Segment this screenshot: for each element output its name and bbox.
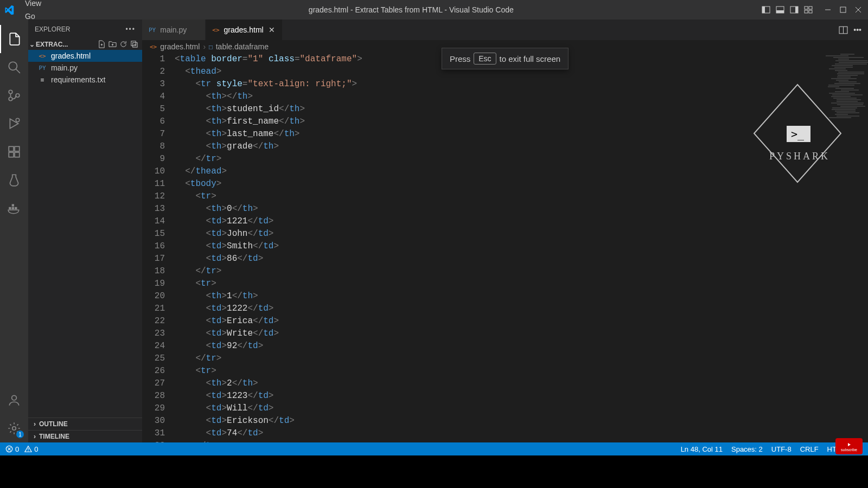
- file-tree: <>grades.htmlPYmain.py≡requirements.txt: [28, 50, 142, 418]
- svg-rect-22: [9, 152, 14, 157]
- layout-controls: [761, 4, 814, 15]
- close-button[interactable]: [853, 4, 864, 15]
- code-line-29: <td>Will</td>: [175, 402, 868, 415]
- line-number: 32: [142, 440, 165, 442]
- line-number: 10: [142, 165, 165, 178]
- svg-rect-5: [795, 7, 798, 13]
- line-number: 23: [142, 328, 165, 340]
- code-line-21: <td>1222</td>: [175, 303, 868, 315]
- run-debug-activity-icon[interactable]: [0, 110, 28, 138]
- settings-activity-icon[interactable]: 1: [0, 414, 28, 442]
- code-line-6: <th>first_name</th>: [175, 115, 868, 128]
- line-number: 27: [142, 377, 165, 390]
- svg-rect-3: [776, 10, 784, 13]
- svg-point-28: [12, 395, 17, 400]
- code-line-30: <td>Erickson</td>: [175, 415, 868, 427]
- sidebar-header: EXPLORER •••: [28, 20, 142, 39]
- svg-rect-30: [131, 41, 136, 46]
- docker-activity-icon[interactable]: [0, 194, 28, 222]
- line-number: 19: [142, 278, 165, 290]
- status-errors[interactable]: 0: [5, 445, 19, 453]
- workspace-folder-row[interactable]: ⌄ EXTRAC...: [28, 39, 142, 50]
- code-line-22: <td>Erica</td>: [175, 315, 868, 328]
- errors-count: 0: [15, 445, 19, 453]
- line-number: 22: [142, 315, 165, 328]
- status-warnings[interactable]: 0: [24, 445, 38, 453]
- code-line-10: </thead>: [175, 165, 868, 178]
- explorer-activity-icon[interactable]: [0, 25, 28, 53]
- svg-rect-23: [15, 152, 20, 157]
- code-line-17: <td>86</td>: [175, 253, 868, 265]
- svg-point-19: [16, 118, 20, 122]
- toggle-secondary-sidebar-icon[interactable]: [789, 4, 800, 15]
- minimap[interactable]: [803, 53, 868, 442]
- line-number: 1: [142, 53, 165, 66]
- code-line-13: <th>0</th>: [175, 203, 868, 215]
- line-number: 4: [142, 91, 165, 103]
- status-cursor[interactable]: Ln 48, Col 11: [681, 445, 723, 453]
- line-number: 26: [142, 365, 165, 377]
- customize-layout-icon[interactable]: [803, 4, 814, 15]
- file-item-requirements-txt[interactable]: ≡requirements.txt: [28, 74, 142, 86]
- collapse-all-icon[interactable]: [130, 40, 139, 49]
- line-number: 12: [142, 190, 165, 203]
- tab-grades-html[interactable]: <>grades.html✕: [206, 20, 282, 40]
- file-icon: ≡: [38, 76, 47, 84]
- status-indent[interactable]: Spaces: 2: [731, 445, 763, 453]
- file-item-main-py[interactable]: PYmain.py: [28, 62, 142, 74]
- line-number: 30: [142, 415, 165, 427]
- editor-area[interactable]: 1234567891011121314151617181920212223242…: [142, 53, 868, 442]
- code-line-26: <tr>: [175, 365, 868, 377]
- minimize-button[interactable]: [822, 4, 833, 15]
- timeline-section[interactable]: › TIMELINE: [28, 430, 142, 442]
- accounts-activity-icon[interactable]: [0, 386, 28, 414]
- line-number: 7: [142, 128, 165, 140]
- tab-main-py[interactable]: PYmain.py: [142, 20, 206, 40]
- code-content[interactable]: <table border="1" class="dataframe"> <th…: [175, 53, 868, 442]
- code-line-7: <th>last_name</th>: [175, 128, 868, 140]
- tab-more-icon[interactable]: •••: [853, 25, 861, 34]
- code-line-31: <td>74</td>: [175, 427, 868, 440]
- tab-file-icon: PY: [149, 27, 156, 34]
- svg-point-40: [28, 451, 29, 451]
- timeline-label: TIMELINE: [39, 433, 69, 440]
- line-number: 21: [142, 303, 165, 315]
- svg-rect-11: [840, 7, 846, 12]
- tab-label: main.py: [160, 25, 187, 34]
- source-control-activity-icon[interactable]: [0, 81, 28, 110]
- svg-line-15: [16, 69, 20, 73]
- window-controls: [822, 4, 864, 15]
- code-line-14: <td>1221</td>: [175, 215, 868, 228]
- refresh-icon[interactable]: [119, 40, 128, 49]
- svg-rect-7: [809, 7, 812, 9]
- breadcrumb-item-1[interactable]: table.dataframe: [216, 42, 269, 51]
- sidebar-more-icon[interactable]: •••: [125, 25, 136, 33]
- code-line-19: <tr>: [175, 278, 868, 290]
- search-activity-icon[interactable]: [0, 53, 28, 81]
- breadcrumb-item-0[interactable]: grades.html: [160, 42, 200, 51]
- new-file-icon[interactable]: [98, 40, 106, 49]
- status-encoding[interactable]: UTF-8: [771, 445, 792, 453]
- menu-view[interactable]: View: [20, 0, 62, 10]
- line-number: 25: [142, 352, 165, 365]
- file-icon: PY: [38, 65, 47, 72]
- testing-activity-icon[interactable]: [0, 166, 28, 194]
- svg-rect-27: [12, 204, 14, 206]
- status-eol[interactable]: CRLF: [800, 445, 819, 453]
- toggle-panel-icon[interactable]: [775, 4, 786, 15]
- maximize-button[interactable]: [838, 4, 848, 15]
- chevron-right-icon: ›: [34, 433, 36, 440]
- file-icon: <>: [38, 53, 47, 60]
- toggle-primary-sidebar-icon[interactable]: [761, 4, 771, 15]
- subscribe-badge[interactable]: subscribe: [835, 438, 863, 454]
- fullscreen-hint: Press Esc to exit full screen: [442, 48, 569, 69]
- window-title: grades.html - Extract Tables from HTML -…: [63, 5, 760, 14]
- new-folder-icon[interactable]: [108, 40, 117, 49]
- split-editor-icon[interactable]: [839, 25, 848, 35]
- outline-section[interactable]: › OUTLINE: [28, 418, 142, 430]
- hint-post: to exit full screen: [500, 54, 561, 63]
- extensions-activity-icon[interactable]: [0, 138, 28, 166]
- outline-label: OUTLINE: [39, 420, 68, 428]
- close-tab-icon[interactable]: ✕: [268, 25, 276, 34]
- file-item-grades-html[interactable]: <>grades.html: [28, 50, 142, 62]
